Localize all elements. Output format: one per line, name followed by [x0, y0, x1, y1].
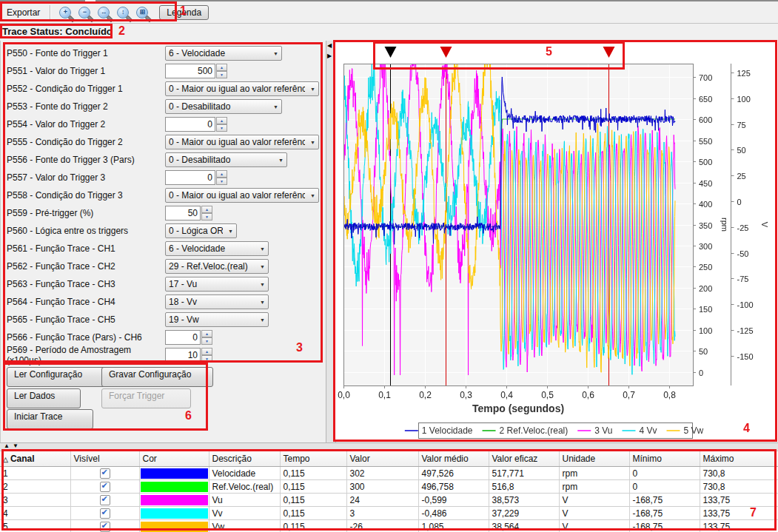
zoom-in-icon[interactable]: +	[56, 4, 74, 21]
param-combo-P558[interactable]: 0 - Maior ou igual ao valor referência▼	[165, 188, 319, 203]
cell-descricao: Velocidade	[209, 467, 280, 480]
column-header-cor[interactable]: Cor	[139, 451, 209, 467]
spin-down-icon[interactable]: ▼	[216, 124, 227, 132]
param-spinner-P569[interactable]: 10▲▼	[165, 348, 212, 363]
column-header-vis-vel[interactable]: Visível	[70, 451, 139, 467]
chevron-down-icon[interactable]: ▼	[223, 229, 233, 234]
visible-checkbox[interactable]	[100, 482, 110, 492]
spin-up-icon[interactable]: ▲	[216, 117, 227, 124]
spin-down-icon[interactable]: ▼	[201, 355, 212, 363]
param-spinner-P554[interactable]: 0▲▼	[165, 117, 227, 132]
column-header-m-ximo[interactable]: Máximo	[700, 451, 778, 467]
param-combo-P565[interactable]: 19 - Vw▼	[165, 312, 269, 327]
cell-valor-medio: 1,085	[418, 520, 489, 532]
spin-down-icon[interactable]: ▼	[216, 71, 227, 78]
param-combo-P560[interactable]: 0 - Lógica OR▼	[165, 223, 237, 238]
splitter-collapse-left-icon[interactable]: ◀	[327, 43, 332, 49]
spin-down-icon[interactable]: ▼	[201, 213, 212, 220]
spinner-value[interactable]: 500	[165, 64, 215, 78]
param-label: P561 - Função Trace - CH1	[7, 243, 165, 254]
table-row[interactable]: 3Vu0,11524-0,59938,573V-168,75133,75	[0, 494, 778, 507]
cell-visivel	[70, 480, 139, 494]
chevron-down-icon[interactable]: ▼	[255, 264, 265, 269]
column-header-valor[interactable]: Valor	[346, 451, 418, 467]
spin-up-icon[interactable]: ▲	[201, 206, 212, 213]
export-button[interactable]: Exportar	[0, 4, 47, 21]
sort-ascending-icon: △	[3, 456, 8, 463]
spin-up-icon[interactable]: ▲	[216, 170, 227, 178]
combo-value: 29 - Ref.Veloc.(real)	[169, 261, 255, 272]
param-combo-P552[interactable]: 0 - Maior ou igual ao valor referência▼	[165, 81, 319, 96]
param-spinner-P559[interactable]: 50▲▼	[165, 206, 212, 220]
column-header-canal[interactable]: △Canal	[0, 451, 70, 467]
read-config-button[interactable]: Ler Configuração	[7, 367, 111, 387]
read-data-button[interactable]: Ler Dados	[7, 388, 81, 408]
table-row[interactable]: 4Vv0,1153-0,48637,229V-168,75133,75	[0, 507, 778, 520]
chevron-down-icon[interactable]: ▼	[305, 193, 315, 198]
chevron-down-icon[interactable]: ▼	[268, 51, 278, 56]
param-combo-P563[interactable]: 17 - Vu▼	[165, 277, 269, 292]
param-spinner-P551[interactable]: 500▲▼	[165, 64, 227, 78]
spinner-value[interactable]: 0	[165, 117, 215, 132]
param-combo-P562[interactable]: 29 - Ref.Veloc.(real)▼	[165, 259, 269, 274]
splitter-collapse-up-icon[interactable]: ▲	[4, 443, 10, 449]
column-header-valor-m-dio[interactable]: Valor médio	[418, 451, 489, 467]
spin-up-icon[interactable]: ▲	[201, 330, 212, 337]
chevron-down-icon[interactable]: ▼	[305, 140, 315, 145]
zoom-reset-icon[interactable]: ⊞	[133, 4, 151, 21]
param-spinner-P566[interactable]: 0▲▼	[165, 330, 212, 345]
legend-button[interactable]: Legenda	[159, 5, 209, 20]
zoom-out-icon[interactable]: −	[76, 4, 93, 21]
chevron-down-icon[interactable]: ▼	[255, 317, 265, 323]
color-swatch[interactable]	[141, 495, 208, 505]
spin-down-icon[interactable]: ▼	[201, 337, 212, 345]
spin-up-icon[interactable]: ▲	[216, 64, 227, 71]
chevron-down-icon[interactable]: ▼	[255, 282, 265, 287]
color-swatch[interactable]	[141, 482, 208, 492]
color-swatch[interactable]	[141, 522, 208, 532]
start-trace-button[interactable]: Iniciar Trace	[7, 409, 93, 429]
visible-checkbox[interactable]	[100, 495, 110, 505]
param-combo-P561[interactable]: 6 - Velocidade▼	[165, 241, 269, 256]
column-header-descri-o[interactable]: Descrição	[209, 451, 280, 467]
chevron-down-icon[interactable]: ▼	[268, 104, 278, 110]
table-row[interactable]: 2Ref.Veloc.(real)0,115300496,758516,8rpm…	[0, 480, 778, 494]
zoom-horizontal-icon[interactable]: ↔	[95, 4, 113, 21]
column-header-valor-eficaz[interactable]: Valor eficaz	[489, 451, 559, 467]
param-combo-P556[interactable]: 0 - Desabilitado▼	[165, 152, 287, 167]
column-header-m-nimo[interactable]: Mínimo	[629, 451, 700, 467]
spinner-value[interactable]: 0	[165, 170, 215, 185]
color-swatch[interactable]	[141, 468, 208, 479]
splitter-collapse-down-icon[interactable]: ▼	[13, 443, 19, 449]
param-spinner-P557[interactable]: 0▲▼	[165, 170, 227, 185]
spinner-value[interactable]: 50	[165, 206, 201, 220]
cell-cor	[139, 467, 209, 480]
table-row[interactable]: 1Velocidade0,115302497,526517,771rpm0730…	[0, 467, 778, 480]
spinner-value[interactable]: 0	[165, 330, 201, 345]
table-header-row[interactable]: △CanalVisívelCorDescriçãoTempoValorValor…	[0, 451, 778, 467]
column-header-unidade[interactable]: Unidade	[559, 451, 629, 467]
cell-unidade: V	[559, 494, 629, 507]
param-combo-P550[interactable]: 6 - Velocidade▼	[165, 46, 282, 61]
write-config-button[interactable]: Gravar Configuração	[101, 367, 213, 387]
zoom-vertical-icon[interactable]: ↕	[114, 4, 132, 21]
spin-down-icon[interactable]: ▼	[216, 178, 227, 185]
chevron-down-icon[interactable]: ▼	[255, 300, 265, 305]
spin-up-icon[interactable]: ▲	[201, 348, 212, 355]
spinner-value[interactable]: 10	[165, 348, 201, 363]
trace-chart[interactable]	[335, 41, 778, 442]
visible-checkbox[interactable]	[100, 468, 110, 479]
param-combo-P553[interactable]: 0 - Desabilitado▼	[165, 99, 282, 114]
param-combo-P555[interactable]: 0 - Maior ou igual ao valor referência▼	[165, 135, 319, 149]
splitter-collapse-right-icon[interactable]: ▶	[327, 53, 332, 59]
visible-checkbox[interactable]	[100, 522, 110, 532]
chevron-down-icon[interactable]: ▼	[273, 158, 284, 163]
color-swatch[interactable]	[141, 508, 208, 519]
chevron-down-icon[interactable]: ▼	[255, 246, 265, 252]
visible-checkbox[interactable]	[100, 508, 110, 519]
cell-minimo: -168,75	[629, 520, 700, 532]
table-row[interactable]: 5Vw0,115-261,08538,564V-168,75133,75	[0, 520, 778, 532]
chevron-down-icon[interactable]: ▼	[305, 87, 315, 92]
param-combo-P564[interactable]: 18 - Vv▼	[165, 294, 269, 309]
column-header-tempo[interactable]: Tempo	[280, 451, 346, 467]
